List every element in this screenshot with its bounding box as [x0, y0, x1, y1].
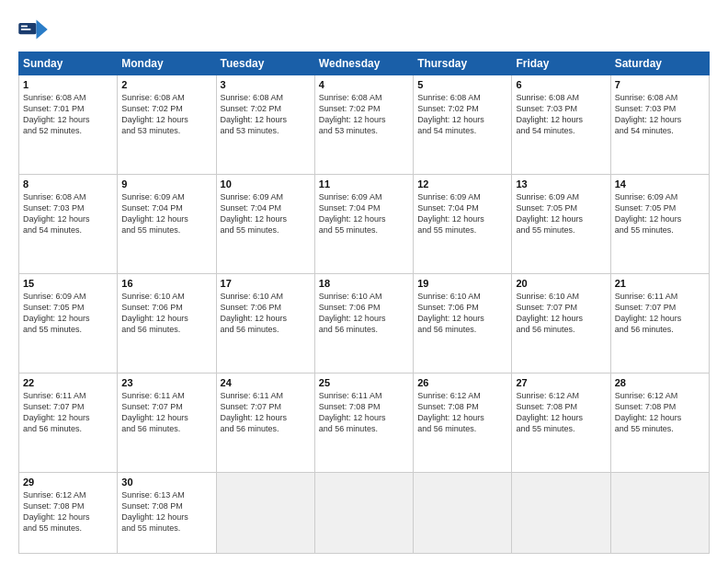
- weekday-header-tuesday: Tuesday: [216, 52, 314, 75]
- calendar-cell: 14Sunrise: 6:09 AMSunset: 7:05 PMDayligh…: [610, 174, 709, 273]
- calendar-cell: [314, 472, 413, 553]
- calendar-cell: 20Sunrise: 6:10 AMSunset: 7:07 PMDayligh…: [512, 273, 610, 373]
- day-number: 2: [121, 79, 211, 90]
- day-number: 20: [516, 278, 606, 289]
- calendar-cell: [414, 472, 512, 553]
- calendar-cell: 3Sunrise: 6:08 AMSunset: 7:02 PMDaylight…: [216, 75, 314, 175]
- day-number: 16: [121, 278, 211, 289]
- weekday-header-thursday: Thursday: [414, 52, 512, 75]
- cell-info: Sunrise: 6:11 AMSunset: 7:07 PMDaylight:…: [121, 390, 211, 435]
- calendar-cell: 24Sunrise: 6:11 AMSunset: 7:07 PMDayligh…: [216, 373, 314, 472]
- calendar-cell: 25Sunrise: 6:11 AMSunset: 7:08 PMDayligh…: [314, 373, 413, 472]
- calendar-cell: 15Sunrise: 6:09 AMSunset: 7:05 PMDayligh…: [19, 273, 118, 373]
- calendar-cell: 26Sunrise: 6:12 AMSunset: 7:08 PMDayligh…: [414, 373, 512, 472]
- week-row-5: 29Sunrise: 6:12 AMSunset: 7:08 PMDayligh…: [19, 472, 710, 553]
- day-number: 23: [121, 377, 211, 388]
- weekday-header-friday: Friday: [512, 52, 610, 75]
- cell-info: Sunrise: 6:09 AMSunset: 7:04 PMDaylight:…: [417, 191, 507, 236]
- cell-info: Sunrise: 6:08 AMSunset: 7:02 PMDaylight:…: [417, 92, 507, 137]
- cell-info: Sunrise: 6:10 AMSunset: 7:06 PMDaylight:…: [221, 291, 311, 336]
- cell-info: Sunrise: 6:08 AMSunset: 7:02 PMDaylight:…: [121, 92, 211, 137]
- day-number: 5: [417, 79, 507, 90]
- cell-info: Sunrise: 6:08 AMSunset: 7:02 PMDaylight:…: [221, 92, 311, 137]
- weekday-header-monday: Monday: [118, 52, 216, 75]
- cell-info: Sunrise: 6:10 AMSunset: 7:07 PMDaylight:…: [516, 291, 606, 336]
- cell-info: Sunrise: 6:09 AMSunset: 7:04 PMDaylight:…: [121, 191, 211, 236]
- calendar-cell: 17Sunrise: 6:10 AMSunset: 7:06 PMDayligh…: [216, 273, 314, 373]
- calendar-cell: 23Sunrise: 6:11 AMSunset: 7:07 PMDayligh…: [118, 373, 216, 472]
- cell-info: Sunrise: 6:10 AMSunset: 7:06 PMDaylight:…: [319, 291, 409, 336]
- day-number: 10: [221, 178, 311, 190]
- day-number: 18: [319, 278, 409, 289]
- cell-info: Sunrise: 6:09 AMSunset: 7:05 PMDaylight:…: [615, 191, 705, 236]
- cell-info: Sunrise: 6:09 AMSunset: 7:05 PMDaylight:…: [23, 291, 113, 336]
- day-number: 22: [23, 377, 113, 388]
- cell-info: Sunrise: 6:08 AMSunset: 7:03 PMDaylight:…: [516, 92, 606, 137]
- day-number: 11: [319, 178, 409, 190]
- day-number: 29: [23, 477, 113, 488]
- day-number: 28: [615, 377, 705, 388]
- svg-rect-3: [21, 29, 31, 30]
- day-number: 13: [516, 178, 606, 190]
- day-number: 17: [221, 278, 311, 289]
- calendar-cell: 29Sunrise: 6:12 AMSunset: 7:08 PMDayligh…: [19, 472, 118, 553]
- cell-info: Sunrise: 6:13 AMSunset: 7:08 PMDaylight:…: [121, 489, 211, 534]
- day-number: 21: [615, 278, 705, 289]
- cell-info: Sunrise: 6:11 AMSunset: 7:08 PMDaylight:…: [319, 390, 409, 435]
- day-number: 14: [615, 178, 705, 190]
- day-number: 30: [121, 477, 211, 488]
- cell-info: Sunrise: 6:08 AMSunset: 7:02 PMDaylight:…: [319, 92, 409, 137]
- calendar-cell: 18Sunrise: 6:10 AMSunset: 7:06 PMDayligh…: [314, 273, 413, 373]
- calendar-cell: 5Sunrise: 6:08 AMSunset: 7:02 PMDaylight…: [414, 75, 512, 175]
- day-number: 19: [417, 278, 507, 289]
- cell-info: Sunrise: 6:12 AMSunset: 7:08 PMDaylight:…: [516, 390, 606, 435]
- weekday-header-saturday: Saturday: [610, 52, 709, 75]
- day-number: 12: [417, 178, 507, 190]
- calendar-cell: [512, 472, 610, 553]
- weekday-header-row: SundayMondayTuesdayWednesdayThursdayFrid…: [19, 52, 710, 75]
- weekday-header-sunday: Sunday: [19, 52, 118, 75]
- day-number: 27: [516, 377, 606, 388]
- calendar-cell: [216, 472, 314, 553]
- header: [18, 17, 710, 42]
- calendar-cell: 6Sunrise: 6:08 AMSunset: 7:03 PMDaylight…: [512, 75, 610, 175]
- cell-info: Sunrise: 6:12 AMSunset: 7:08 PMDaylight:…: [417, 390, 507, 435]
- cell-info: Sunrise: 6:12 AMSunset: 7:08 PMDaylight:…: [615, 390, 705, 435]
- calendar-cell: 28Sunrise: 6:12 AMSunset: 7:08 PMDayligh…: [610, 373, 709, 472]
- calendar-cell: 7Sunrise: 6:08 AMSunset: 7:03 PMDaylight…: [610, 75, 709, 175]
- cell-info: Sunrise: 6:08 AMSunset: 7:03 PMDaylight:…: [23, 191, 113, 236]
- calendar-cell: 22Sunrise: 6:11 AMSunset: 7:07 PMDayligh…: [19, 373, 118, 472]
- calendar-cell: 1Sunrise: 6:08 AMSunset: 7:01 PMDaylight…: [19, 75, 118, 175]
- calendar-cell: 8Sunrise: 6:08 AMSunset: 7:03 PMDaylight…: [19, 174, 118, 273]
- cell-info: Sunrise: 6:08 AMSunset: 7:01 PMDaylight:…: [23, 92, 113, 137]
- logo-icon: [18, 17, 48, 42]
- calendar-cell: 21Sunrise: 6:11 AMSunset: 7:07 PMDayligh…: [610, 273, 709, 373]
- calendar-cell: 4Sunrise: 6:08 AMSunset: 7:02 PMDaylight…: [314, 75, 413, 175]
- calendar-cell: 2Sunrise: 6:08 AMSunset: 7:02 PMDaylight…: [118, 75, 216, 175]
- calendar-cell: 19Sunrise: 6:10 AMSunset: 7:06 PMDayligh…: [414, 273, 512, 373]
- calendar-cell: 16Sunrise: 6:10 AMSunset: 7:06 PMDayligh…: [118, 273, 216, 373]
- cell-info: Sunrise: 6:11 AMSunset: 7:07 PMDaylight:…: [221, 390, 311, 435]
- cell-info: Sunrise: 6:11 AMSunset: 7:07 PMDaylight:…: [615, 291, 705, 336]
- calendar-cell: 9Sunrise: 6:09 AMSunset: 7:04 PMDaylight…: [118, 174, 216, 273]
- cell-info: Sunrise: 6:11 AMSunset: 7:07 PMDaylight:…: [23, 390, 113, 435]
- day-number: 4: [319, 79, 409, 90]
- calendar-cell: [610, 472, 709, 553]
- day-number: 24: [221, 377, 311, 388]
- cell-info: Sunrise: 6:09 AMSunset: 7:05 PMDaylight:…: [516, 191, 606, 236]
- cell-info: Sunrise: 6:09 AMSunset: 7:04 PMDaylight:…: [319, 191, 409, 236]
- cell-info: Sunrise: 6:10 AMSunset: 7:06 PMDaylight:…: [121, 291, 211, 336]
- cell-info: Sunrise: 6:10 AMSunset: 7:06 PMDaylight:…: [417, 291, 507, 336]
- calendar-cell: 27Sunrise: 6:12 AMSunset: 7:08 PMDayligh…: [512, 373, 610, 472]
- week-row-1: 1Sunrise: 6:08 AMSunset: 7:01 PMDaylight…: [19, 75, 710, 175]
- day-number: 26: [417, 377, 507, 388]
- weekday-header-wednesday: Wednesday: [314, 52, 413, 75]
- svg-rect-2: [21, 26, 28, 28]
- cell-info: Sunrise: 6:08 AMSunset: 7:03 PMDaylight:…: [615, 92, 705, 137]
- day-number: 15: [23, 278, 113, 289]
- day-number: 8: [23, 178, 113, 190]
- day-number: 9: [121, 178, 211, 190]
- calendar-cell: 30Sunrise: 6:13 AMSunset: 7:08 PMDayligh…: [118, 472, 216, 553]
- week-row-2: 8Sunrise: 6:08 AMSunset: 7:03 PMDaylight…: [19, 174, 710, 273]
- day-number: 3: [221, 79, 311, 90]
